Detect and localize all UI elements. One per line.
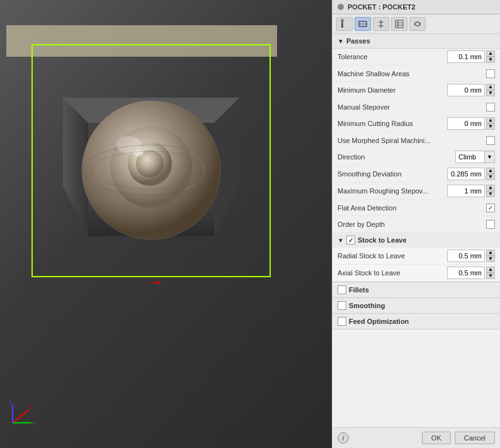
axial-stock-control: ▲ ▼ <box>447 267 495 279</box>
3d-viewport[interactable]: X Y Z → <box>0 0 332 448</box>
smoothing-deviation-label: Smoothing Deviation <box>338 170 447 178</box>
stock-to-leave-checkbox[interactable] <box>346 236 355 244</box>
min-diameter-control: ▲ ▼ <box>447 84 495 96</box>
3d-scene <box>38 50 264 271</box>
feed-optimization-checkbox[interactable] <box>338 317 346 326</box>
axial-stock-up[interactable]: ▲ <box>486 267 495 273</box>
info-button[interactable]: i <box>338 432 349 444</box>
radial-stock-label: Radial Stock to Leave <box>338 252 447 260</box>
flat-area-detection-checkbox[interactable] <box>486 204 495 212</box>
fillets-header[interactable]: Fillets <box>332 282 500 297</box>
direction-select[interactable]: Climb ▼ <box>455 151 495 163</box>
tolerance-input[interactable] <box>447 50 485 63</box>
smoothing-deviation-down[interactable]: ▼ <box>486 174 495 180</box>
direction-dropdown-btn[interactable]: ▼ <box>484 151 494 163</box>
tool-btn-5[interactable] <box>409 17 426 31</box>
stock-to-leave-header[interactable]: ▼ Stock to Leave <box>332 233 500 248</box>
direction-row: Direction Climb ▼ <box>332 149 500 166</box>
form-scroll-area[interactable]: ▼ Passes Tolerance ▲ ▼ Machine Shallow A… <box>332 34 500 427</box>
feed-optimization-section: Feed Optimization <box>332 314 500 330</box>
machine-shallow-checkbox[interactable] <box>486 69 495 78</box>
min-diameter-input[interactable] <box>447 84 485 96</box>
max-roughing-spinner[interactable]: ▲ ▼ <box>486 185 495 197</box>
radial-stock-spinner[interactable]: ▲ ▼ <box>486 250 495 262</box>
stock-to-leave-arrow: ▼ <box>338 237 344 244</box>
feed-optimization-header[interactable]: Feed Optimization <box>332 314 500 329</box>
tolerance-label: Tolerance <box>338 53 447 60</box>
order-by-depth-label: Order by Depth <box>338 221 486 228</box>
manual-stepover-checkbox[interactable] <box>486 103 495 112</box>
direction-label: Direction <box>338 153 455 161</box>
smoothing-header[interactable]: Smoothing <box>332 298 500 313</box>
max-roughing-up[interactable]: ▲ <box>486 185 495 191</box>
max-roughing-label: Maximum Roughing Stepov... <box>338 187 447 195</box>
manual-stepover-control <box>486 103 495 112</box>
min-cutting-radius-up[interactable]: ▲ <box>486 117 495 123</box>
max-roughing-input[interactable] <box>447 185 485 197</box>
axial-stock-input[interactable] <box>447 267 485 279</box>
cancel-button[interactable]: Cancel <box>455 432 495 444</box>
stock-to-leave-content: Radial Stock to Leave ▲ ▼ Axial Stock to… <box>332 248 500 282</box>
tolerance-control: ▲ ▼ <box>447 50 495 63</box>
tolerance-up[interactable]: ▲ <box>486 50 495 57</box>
morphed-spiral-row: Use Morphed Spiral Machini... <box>332 132 500 149</box>
tolerance-spinner[interactable]: ▲ ▼ <box>486 50 495 63</box>
info-icon: i <box>343 434 344 442</box>
smoothing-deviation-spinner[interactable]: ▲ ▼ <box>486 168 495 180</box>
max-roughing-row: Maximum Roughing Stepov... ▲ ▼ <box>332 183 500 200</box>
tolerance-down[interactable]: ▼ <box>486 57 495 63</box>
axial-stock-row: Axial Stock to Leave ▲ ▼ <box>332 265 500 282</box>
axial-stock-down[interactable]: ▼ <box>486 273 495 279</box>
morphed-spiral-control <box>486 136 495 145</box>
machine-shallow-control <box>486 69 495 78</box>
min-diameter-down[interactable]: ▼ <box>486 90 495 96</box>
tool-btn-3[interactable] <box>373 17 389 31</box>
min-diameter-up[interactable]: ▲ <box>486 84 495 90</box>
ok-button[interactable]: OK <box>422 432 451 444</box>
properties-panel: POCKET : POCKET2 ▼ Passes Tolerance <box>332 0 500 448</box>
radial-stock-down[interactable]: ▼ <box>486 256 495 262</box>
min-diameter-row: Minimum Diameter ▲ ▼ <box>332 82 500 99</box>
manual-stepover-row: Manual Stepover <box>332 99 500 115</box>
max-roughing-down[interactable]: ▼ <box>486 191 495 197</box>
smoothing-deviation-input[interactable] <box>447 168 485 180</box>
axial-stock-spinner[interactable]: ▲ ▼ <box>486 267 495 279</box>
bottom-bar: i OK Cancel <box>332 427 500 448</box>
tool-btn-1[interactable] <box>336 17 353 31</box>
min-diameter-label: Minimum Diameter <box>338 86 447 94</box>
passes-label: Passes <box>346 37 370 45</box>
smoothing-checkbox[interactable] <box>338 301 346 310</box>
smoothing-deviation-up[interactable]: ▲ <box>486 168 495 174</box>
direction-value: Climb <box>456 153 484 161</box>
max-roughing-control: ▲ ▼ <box>447 185 495 197</box>
sphere-highlight-2 <box>134 150 144 156</box>
flat-area-detection-row: Flat Area Detection <box>332 200 500 216</box>
fillets-label: Fillets <box>349 286 369 294</box>
min-cutting-radius-row: Minimum Cutting Radius ▲ ▼ <box>332 115 500 132</box>
sphere-svg <box>50 60 252 261</box>
tool-btn-2[interactable] <box>355 17 371 31</box>
svg-rect-6 <box>341 23 343 28</box>
axial-stock-label: Axial Stock to Leave <box>338 269 447 277</box>
feed-optimization-label: Feed Optimization <box>349 318 409 325</box>
min-cutting-radius-spinner[interactable]: ▲ ▼ <box>486 117 495 130</box>
svg-line-0 <box>13 410 28 423</box>
smoothing-section: Smoothing <box>332 298 500 314</box>
panel-toolbar <box>332 14 500 34</box>
min-diameter-spinner[interactable]: ▲ ▼ <box>486 84 495 96</box>
svg-text:Z: Z <box>9 399 12 404</box>
morphed-spiral-checkbox[interactable] <box>486 136 495 145</box>
min-cutting-radius-input[interactable] <box>447 117 485 130</box>
machine-shallow-row: Machine Shallow Areas <box>332 66 500 82</box>
passes-section-header[interactable]: ▼ Passes <box>332 34 500 49</box>
min-cutting-radius-down[interactable]: ▼ <box>486 123 495 130</box>
direction-control: Climb ▼ <box>455 151 495 163</box>
tool-btn-4[interactable] <box>391 17 407 31</box>
fillets-checkbox[interactable] <box>338 285 346 294</box>
order-by-depth-checkbox[interactable] <box>486 220 495 229</box>
panel-title: POCKET : POCKET2 <box>348 3 416 11</box>
axis-indicator: X Y Z <box>6 398 38 429</box>
stock-to-leave-section: ▼ Stock to Leave Radial Stock to Leave ▲… <box>332 233 500 282</box>
radial-stock-up[interactable]: ▲ <box>486 250 495 256</box>
radial-stock-input[interactable] <box>447 250 485 262</box>
